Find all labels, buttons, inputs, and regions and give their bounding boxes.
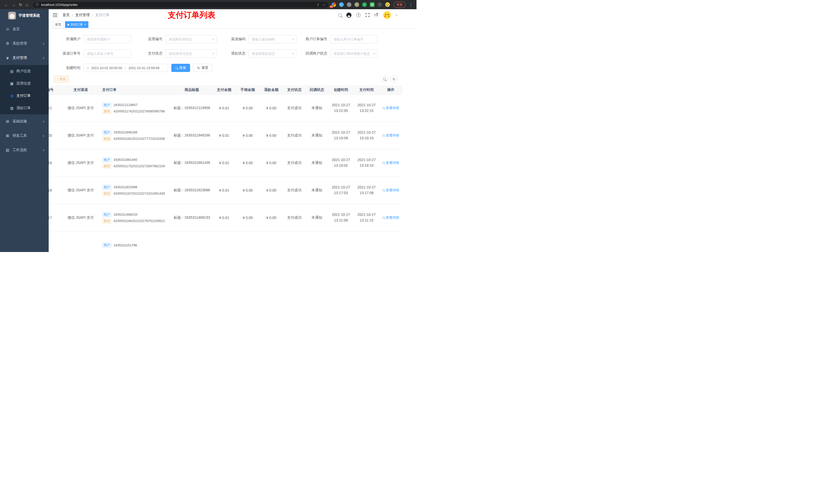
- avatar-caret-icon[interactable]: ∨: [396, 14, 398, 16]
- merchant-input[interactable]: [84, 35, 131, 43]
- detail-link-label: 查看详情: [386, 215, 399, 220]
- extension-chat-icon[interactable]: [370, 2, 375, 7]
- merchant-order-no: 1635311468233: [114, 213, 137, 216]
- server-icon: ⊞: [5, 119, 10, 124]
- pay-channel-cell: 微信 JSAPI 支付: [63, 215, 99, 220]
- pay-time-cell: 2021-10-27 13:22:15: [354, 102, 379, 114]
- sidebar: 芋道管理系统 ⊙ 首页 ⚙ 系统管理 ∨ ¥ 支付管理 ∧: [0, 9, 49, 252]
- reload-icon[interactable]: ↻: [19, 3, 22, 7]
- pay-status-select[interactable]: [165, 49, 217, 57]
- github-icon[interactable]: [346, 13, 352, 18]
- help-icon[interactable]: ?: [356, 13, 361, 17]
- site-info-icon[interactable]: ⓘ: [35, 2, 39, 7]
- update-button[interactable]: 更新: [394, 2, 406, 8]
- order-id-cell: 19: [49, 161, 63, 165]
- sidebar-item-pay[interactable]: ¥ 支付管理 ∧: [0, 51, 49, 65]
- fullscreen-icon[interactable]: [365, 13, 370, 17]
- sidebar-item-app-info[interactable]: ▦ 应用信息: [0, 77, 49, 90]
- filter-label-create-time: 创建时间: [54, 66, 80, 70]
- browser-menu-icon[interactable]: ⋮: [408, 2, 414, 7]
- pay-date: 2021-10-27: [356, 212, 377, 218]
- refresh-icon: ↻: [393, 78, 396, 81]
- refund-amount-cell: ¥ 0.00: [260, 161, 283, 165]
- font-size-icon[interactable]: TT: [374, 13, 378, 17]
- breadcrumb-section[interactable]: 支付管理: [75, 13, 90, 18]
- breadcrumb-home[interactable]: 首页: [63, 13, 70, 18]
- channel-code-select[interactable]: [248, 35, 296, 43]
- sidebar-item-infrastructure[interactable]: ⊞ 基础设施 ∨: [0, 114, 49, 128]
- title-prefix: 标题：: [174, 161, 185, 165]
- app-logo[interactable]: 芋道管理系统: [0, 9, 49, 22]
- merchant-order-no: 1635311881440: [114, 158, 137, 162]
- callback-status-select[interactable]: [330, 49, 378, 57]
- view-detail-link[interactable]: 查看详情: [383, 188, 399, 193]
- action-cell: 查看详情: [379, 161, 402, 165]
- refund-status-select[interactable]: [248, 49, 296, 57]
- tag-pay-order[interactable]: 支付订单 ×: [65, 21, 88, 28]
- app-no-select[interactable]: [165, 35, 217, 43]
- pay-order-no: 4200001167202110271022491439: [114, 192, 165, 195]
- extension-check-icon[interactable]: ✓: [362, 2, 367, 7]
- sidebar-item-label: 支付管理: [13, 55, 27, 60]
- extension-pin-icon[interactable]: [378, 2, 382, 7]
- order-id-cell: 17: [49, 216, 63, 220]
- toggle-search-button[interactable]: [381, 75, 388, 83]
- pay-time-cell: 2021-10-27 13:19:15: [354, 130, 379, 141]
- sidebar-item-merchant-info[interactable]: ▤ 商户信息: [0, 65, 49, 77]
- address-bar[interactable]: ⓘ localhost:1024/pay/order ↥ ☆: [32, 1, 329, 8]
- pay-order-no: 4200001174202110278060590766: [114, 110, 165, 113]
- create-date: 2021-10-27: [330, 185, 352, 190]
- pay-time-cell: 2021-10-27 13:18:10: [354, 157, 379, 168]
- create-time-range-picker[interactable]: ◷ 2021-10-01 00:00:00 - 2021-10-31 23:59…: [84, 64, 168, 72]
- sidebar-toggle-icon[interactable]: [53, 13, 57, 17]
- pay-channel-cell: 微信 JSAPI 支付: [63, 133, 99, 138]
- extension-wheel-icon[interactable]: 10: [331, 2, 336, 7]
- extension-olive-icon[interactable]: [355, 2, 359, 7]
- filter-form: 所属商户 应用编号 ∨ 渠道编码 ∨: [49, 29, 416, 72]
- reset-button[interactable]: ↻ 重置: [193, 64, 212, 72]
- pay-amount-cell: ¥ 0.01: [212, 188, 236, 192]
- extension-blue-icon[interactable]: [339, 2, 344, 7]
- view-detail-link[interactable]: 查看详情: [383, 133, 399, 138]
- merchant-order-no-input[interactable]: [330, 35, 378, 43]
- sidebar-item-system[interactable]: ⚙ 系统管理 ∨: [0, 37, 49, 51]
- sidebar-item-refund-order[interactable]: ▧ 退款订单: [0, 102, 49, 114]
- browser-home-icon[interactable]: ⌂: [26, 3, 28, 7]
- tab-close-icon[interactable]: ×: [84, 23, 86, 26]
- bookmark-star-icon[interactable]: ☆: [323, 3, 326, 7]
- page-content: 所属商户 应用编号 ∨ 渠道编码 ∨: [49, 29, 416, 252]
- sidebar-item-home[interactable]: ⊙ 首页: [0, 22, 49, 37]
- pay-order-no: 4200001194202110276752100612: [114, 219, 165, 223]
- sidebar-item-workflow[interactable]: ▥ 工作流程 ∨: [0, 143, 49, 157]
- refresh-button[interactable]: ↻: [390, 75, 398, 83]
- detail-link-label: 查看详情: [386, 161, 399, 165]
- filter-label-app-no: 应用编号: [134, 37, 162, 42]
- view-detail-link[interactable]: 查看详情: [383, 106, 399, 111]
- sidebar-item-devtools[interactable]: ⊠ 研发工具 ∨: [0, 128, 49, 143]
- active-dot: [67, 24, 69, 26]
- sidebar-item-pay-order[interactable]: ◎ 支付订单: [0, 90, 49, 102]
- pay-order-no: 4200001173202110272847982104: [114, 164, 165, 168]
- export-button[interactable]: ↓ 导出: [54, 75, 69, 83]
- tag-home[interactable]: 首页: [53, 21, 64, 28]
- forward-icon[interactable]: →: [11, 3, 15, 7]
- grid-icon: ▦: [10, 81, 14, 86]
- header-search-icon[interactable]: [338, 13, 341, 17]
- pay-channel-cell: 微信 JSAPI 支付: [63, 106, 99, 111]
- title-prefix: 标题：: [174, 133, 185, 137]
- search-button[interactable]: 搜索: [171, 64, 190, 72]
- extension-gray-icon[interactable]: [347, 2, 352, 7]
- detail-link-label: 查看详情: [386, 188, 399, 193]
- back-icon[interactable]: ←: [4, 3, 8, 7]
- channel-order-no-input[interactable]: [84, 49, 131, 57]
- action-cell: 查看详情: [379, 106, 402, 111]
- table-row: 19 微信 JSAPI 支付 商户 1635311881440 支付 42000…: [49, 149, 402, 177]
- extension-emoji-icon[interactable]: [385, 2, 390, 7]
- merchant-order-line: 商户 1635311823086: [102, 185, 169, 190]
- user-avatar[interactable]: [383, 11, 391, 19]
- view-detail-link[interactable]: 查看详情: [383, 215, 399, 220]
- pay-status-cell: 支付成功: [283, 106, 306, 111]
- view-detail-link[interactable]: 查看详情: [383, 161, 399, 165]
- share-icon[interactable]: ↥: [317, 3, 319, 7]
- download-icon: ↓: [57, 77, 58, 81]
